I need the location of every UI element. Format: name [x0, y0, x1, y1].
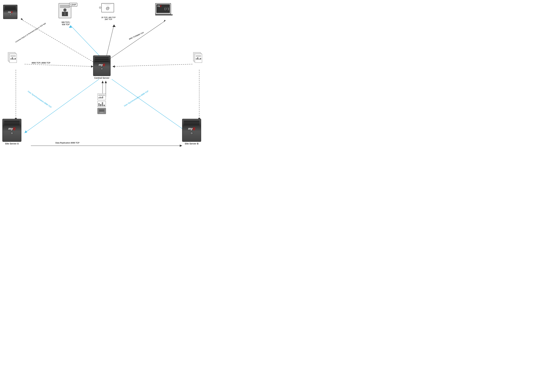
docs-right-node	[193, 52, 203, 63]
site-a-myq-logo: myQ	[8, 127, 15, 131]
email-node: @ 25 TCP | 465 TCP|587 TCP	[101, 3, 116, 20]
license-server-icon: myQ	[3, 5, 17, 21]
svg-line-4	[106, 25, 114, 58]
central-server-label: Central Server	[94, 77, 109, 79]
central-myq-logo: myQ	[99, 63, 105, 67]
central-server-node: myQ Central Server	[93, 56, 111, 79]
web-conn-label: 8093 TCP|8083 TCP	[129, 32, 144, 40]
user-sync-b-label: User Synchronization 8090 TCP	[124, 90, 149, 107]
ldap-node: LDAP 389 TCP |636 TCP	[59, 3, 73, 25]
svg-line-18	[112, 79, 189, 133]
user-sync-a-label: User Synchronization 8090 TCP	[27, 90, 52, 108]
site-server-b-icon: myQ	[182, 119, 201, 142]
ldap-icon: LDAP	[59, 3, 73, 21]
site-a-label: Site Server A	[5, 142, 19, 145]
docs-right-icon	[193, 52, 203, 63]
laptop-code-icon: { / }	[164, 7, 169, 10]
svg-line-6	[110, 21, 166, 59]
web-node: myQ { / }	[155, 3, 173, 17]
central-server-icon: myQ	[93, 56, 111, 76]
svg-marker-3	[69, 25, 72, 28]
svg-marker-1	[21, 18, 23, 20]
docs-left-node	[8, 52, 17, 63]
laptop-icon: myQ { / }	[155, 3, 173, 17]
svg-marker-5	[112, 25, 116, 27]
svg-marker-17	[25, 130, 27, 133]
email-port-label: 25 TCP | 465 TCP|587 TCP	[101, 16, 116, 20]
svg-line-2	[70, 25, 102, 59]
svg-marker-11	[112, 65, 115, 68]
svg-line-0	[21, 19, 104, 68]
myq-logo-license: myQ	[8, 11, 13, 13]
site-server-a-node: myQ Site Server A	[2, 119, 21, 145]
site-b-label: Site Server B	[185, 142, 198, 145]
reports-icon	[97, 93, 106, 114]
ldap-port-label: 389 TCP |636 TCP	[62, 21, 70, 26]
diagram: myQ LDAP 389	[0, 0, 222, 157]
email-icon: @	[101, 3, 116, 16]
license-conn-label: License.myq.cz & license2.myq.cz TCP 443	[15, 22, 46, 43]
job-roaming-label: 8093 TCP | 8083 TCP	[32, 62, 50, 64]
svg-marker-7	[163, 20, 166, 22]
site-server-a-icon: myQ	[2, 119, 21, 142]
license-server-node: myQ	[3, 5, 17, 21]
svg-line-16	[25, 79, 99, 133]
laptop-myq-label: myQ	[157, 5, 161, 7]
svg-marker-25	[105, 81, 107, 83]
docs-left-icon	[8, 52, 17, 63]
site-b-myq-logo: myQ	[188, 127, 195, 131]
svg-marker-21	[180, 145, 182, 147]
data-replication-label: Data Replication 8090 TCP	[56, 142, 79, 144]
site-server-b-node: myQ Site Server B	[182, 119, 201, 145]
svg-line-8	[25, 64, 93, 67]
svg-marker-23	[102, 81, 104, 83]
svg-line-10	[112, 64, 192, 67]
reports-node	[97, 93, 106, 114]
ldap-badge: LDAP	[69, 3, 77, 7]
